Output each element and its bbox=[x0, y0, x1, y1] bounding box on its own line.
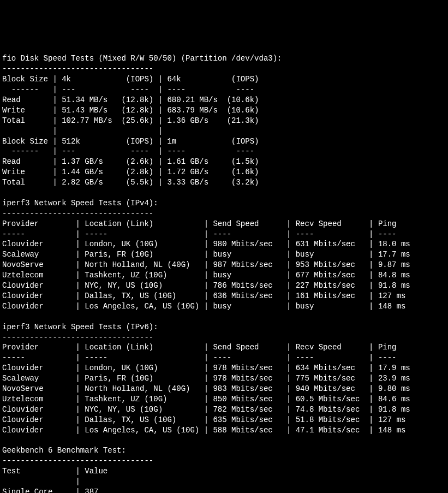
fio-t2-hdr: Block Size | 512k (IOPS) | 1m (IOPS) bbox=[2, 137, 259, 146]
ipv4-row: Clouvider | NYC, NY, US (10G) | 786 Mbit… bbox=[2, 281, 410, 290]
ipv4-row: Uztelecom | Tashkent, UZ (10G) | busy | … bbox=[2, 271, 410, 280]
ipv6-row: Clouvider | Dallas, TX, US (10G) | 635 M… bbox=[2, 415, 405, 424]
ipv6-row: Scaleway | Paris, FR (10G) | 978 Mbits/s… bbox=[2, 374, 410, 383]
gb-hdr: Test | Value bbox=[2, 467, 107, 476]
terminal-output: fio Disk Speed Tests (Mixed R/W 50/50) (… bbox=[2, 44, 446, 493]
fio-blank: | | bbox=[2, 127, 163, 135]
gb-header: Geekbench 6 Benchmark Test: bbox=[2, 446, 126, 455]
ipv4-dashes: --------------------------------- bbox=[2, 209, 153, 218]
ipv6-row: Uztelecom | Tashkent, UZ (10G) | 850 Mbi… bbox=[2, 395, 410, 403]
fio-t1-total: Total | 102.77 MB/s (25.6k) | 1.36 GB/s … bbox=[2, 116, 259, 125]
ipv6-sep: ----- | ----- | ---- | ---- | ---- bbox=[2, 353, 397, 362]
fio-t1-sep: ------ | --- ---- | ---- ---- bbox=[2, 85, 254, 94]
fio-t2-read: Read | 1.37 GB/s (2.6k) | 1.61 GB/s (1.5… bbox=[2, 157, 259, 166]
ipv6-row: Clouvider | NYC, NY, US (10G) | 782 Mbit… bbox=[2, 405, 410, 414]
ipv4-row: NovoServe | North Holland, NL (40G) | 98… bbox=[2, 260, 410, 269]
fio-t2-sep: ------ | --- ---- | ---- ---- bbox=[2, 147, 254, 156]
ipv4-sep: ----- | ----- | ---- | ---- | ---- bbox=[2, 230, 397, 239]
ipv6-dashes: --------------------------------- bbox=[2, 333, 153, 342]
ipv4-row: Clouvider | Los Angeles, CA, US (10G) | … bbox=[2, 302, 405, 311]
ipv6-row: Clouvider | Los Angeles, CA, US (10G) | … bbox=[2, 426, 405, 435]
gb-blank: | bbox=[2, 477, 80, 486]
ipv6-header: iperf3 Network Speed Tests (IPv6): bbox=[2, 323, 158, 331]
ipv4-row: Clouvider | Dallas, TX, US (10G) | 636 M… bbox=[2, 292, 405, 300]
ipv6-row: NovoServe | North Holland, NL (40G) | 98… bbox=[2, 384, 410, 393]
fio-header: fio Disk Speed Tests (Mixed R/W 50/50) (… bbox=[2, 54, 282, 63]
fio-t2-write: Write | 1.44 GB/s (2.8k) | 1.72 GB/s (1.… bbox=[2, 168, 259, 176]
ipv4-hdr: Provider | Location (Link) | Send Speed … bbox=[2, 219, 397, 228]
ipv6-row: Clouvider | London, UK (10G) | 978 Mbits… bbox=[2, 364, 410, 372]
gb-dashes: --------------------------------- bbox=[2, 456, 153, 465]
ipv4-row: Clouvider | London, UK (10G) | 980 Mbits… bbox=[2, 240, 410, 248]
fio-dashes: --------------------------------- bbox=[2, 64, 153, 73]
gb-single: Single Core | 387 bbox=[2, 488, 98, 493]
ipv4-row: Scaleway | Paris, FR (10G) | busy | busy… bbox=[2, 250, 410, 259]
fio-t1-hdr: Block Size | 4k (IOPS) | 64k (IOPS) bbox=[2, 75, 259, 84]
ipv4-header: iperf3 Network Speed Tests (IPv4): bbox=[2, 199, 158, 207]
fio-t1-write: Write | 51.43 MB/s (12.8k) | 683.79 MB/s… bbox=[2, 106, 259, 115]
fio-t2-total: Total | 2.82 GB/s (5.5k) | 3.33 GB/s (3.… bbox=[2, 178, 259, 187]
fio-t1-read: Read | 51.34 MB/s (12.8k) | 680.21 MB/s … bbox=[2, 96, 259, 104]
ipv6-hdr: Provider | Location (Link) | Send Speed … bbox=[2, 343, 397, 352]
